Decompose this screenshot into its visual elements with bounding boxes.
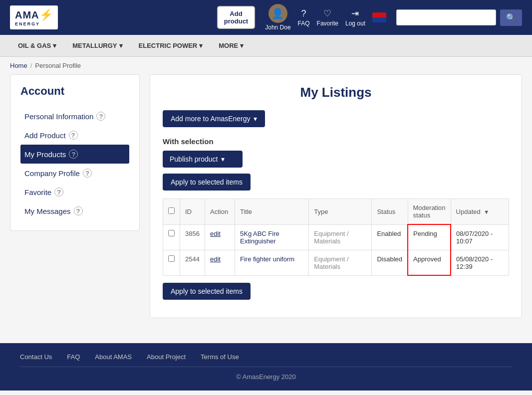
nav-metallurgy-label: METALLURGY [72,42,117,49]
breadcrumb-separator: / [30,62,32,69]
footer-copyright: © AmasEnergy 2020 [20,367,512,381]
footer-faq[interactable]: FAQ [67,353,80,361]
edit-link[interactable]: edit [210,255,221,263]
breadcrumb: Home / Personal Profile [0,57,532,74]
moderation-status-value: Approved [413,255,441,263]
chevron-down-icon: ▾ [199,42,203,49]
apply-to-selected-button-bottom[interactable]: Apply to selected items [163,283,251,300]
sort-arrow-icon: ▼ [484,209,489,215]
cell-status: Disabled [372,250,408,275]
table-header-status: Status [372,199,408,225]
cell-updated: 08/07/2020 - 10:07 [451,224,509,250]
sidebar-item-personal-information[interactable]: Personal Information ? [20,107,129,126]
sidebar-my-products-label: My Products [24,150,66,159]
cell-title: 5Kg ABC Fire Extinguisher [235,224,309,250]
listings-table: ID Action Title Type Status Moderationst… [163,198,509,276]
table-header-checkbox [163,199,180,225]
help-icon: ? [74,206,83,215]
footer: Contact Us FAQ About AMAS About Project … [0,343,532,391]
selection-row: Publish product ▾ [163,151,509,168]
chevron-down-icon: ▾ [254,115,257,123]
table-header-id: ID [180,199,205,225]
sidebar-title: Account [20,85,129,98]
search-input[interactable] [396,9,496,25]
header-search: 🔍 [396,9,522,26]
cell-moderation-status: Pending [408,224,451,250]
cell-updated: 05/08/2020 - 12:39 [451,250,509,275]
cell-id: 2544 [180,250,205,275]
nav-item-more[interactable]: MORE ▾ [211,35,252,56]
chevron-down-icon: ▾ [240,42,244,49]
sidebar-item-add-product[interactable]: Add Product ? [20,126,129,145]
question-icon: ? [301,8,306,19]
apply-to-selected-button-top[interactable]: Apply to selected items [163,174,251,191]
faq-label: FAQ [298,20,310,27]
sidebar: Account Personal Information ? Add Produ… [10,74,140,231]
sidebar-personal-info-label: Personal Information [24,112,93,121]
sidebar-item-favorite[interactable]: Favorite ? [20,183,129,201]
select-all-checkbox[interactable] [168,207,175,214]
sidebar-add-product-label: Add Product [24,131,66,140]
nav-item-electric-power[interactable]: ELECTRIC POWER ▾ [131,35,211,56]
favorite-label: Favorite [317,20,338,27]
logout-icon: ⇥ [351,8,359,19]
logout-nav-item[interactable]: ⇥ Log out [345,8,365,27]
logo-sub: ENERGY [15,21,53,26]
add-more-label: Add more to AmasEnergy [171,115,251,123]
cell-type: Equipment / Materials [309,250,372,275]
logout-label: Log out [345,20,365,27]
logo-bolt-icon: ⚡ [39,8,53,21]
moderation-status-value: Pending [413,230,437,237]
logo[interactable]: AMA⚡ ENERGY [10,5,58,29]
table-header-moderation: Moderationstatus [408,199,451,225]
help-icon: ? [69,131,78,140]
cell-moderation-status: Approved [408,250,451,275]
content-area: My Listings Add more to AmasEnergy ▾ Wit… [150,74,522,318]
table-header-updated: Updated ▼ [451,199,509,225]
sidebar-item-my-messages[interactable]: My Messages ? [20,201,129,220]
table-header-type: Type [309,199,372,225]
add-more-button[interactable]: Add more to AmasEnergy ▾ [163,110,265,127]
search-button[interactable]: 🔍 [500,9,522,26]
sidebar-item-company-profile[interactable]: Company Profile ? [20,164,129,183]
user-avatar-area[interactable]: 👤 John Doe [265,4,290,31]
sidebar-item-my-products[interactable]: My Products ? [20,145,129,164]
row-checkbox-1[interactable] [168,255,175,262]
cell-id: 3856 [180,224,205,250]
breadcrumb-home[interactable]: Home [10,62,27,69]
help-icon: ? [96,112,105,121]
sidebar-company-profile-label: Company Profile [24,169,80,178]
footer-about-amas[interactable]: About AMAS [95,353,132,361]
edit-link[interactable]: edit [210,230,221,237]
nav-electric-power-label: ELECTRIC POWER [139,42,198,49]
table-header-title: Title [235,199,309,225]
row-checkbox-0[interactable] [168,230,175,236]
footer-about-project[interactable]: About Project [147,353,186,361]
cell-title: Fire fighter uniform [235,250,309,275]
publish-product-dropdown[interactable]: Publish product ▾ [163,151,243,168]
chevron-down-icon: ▾ [53,42,56,49]
chevron-down-icon: ▾ [119,42,123,49]
language-flag[interactable] [372,12,386,22]
nav-item-oil-gas[interactable]: OIL & GAS ▾ [10,35,64,56]
page-title: My Listings [163,85,509,100]
chevron-down-icon: ▾ [221,155,225,163]
footer-contact-us[interactable]: Contact Us [20,353,52,361]
nav-item-metallurgy[interactable]: METALLURGY ▾ [64,35,130,56]
help-icon: ? [83,169,92,178]
footer-terms-of-use[interactable]: Terms of Use [201,353,239,361]
sidebar-my-messages-label: My Messages [24,207,71,215]
faq-nav-item[interactable]: ? FAQ [298,8,310,27]
add-product-button[interactable]: Add product [217,6,255,29]
with-selection-label: With selection [163,137,509,146]
favorite-nav-item[interactable]: ♡ Favorite [317,8,338,27]
header-nav-icons: 👤 John Doe ? FAQ ♡ Favorite ⇥ Log out [265,4,386,31]
breadcrumb-current: Personal Profile [35,62,81,69]
help-icon: ? [54,188,63,197]
cell-status: Enabled [372,224,408,250]
help-icon: ? [69,150,78,159]
navbar: OIL & GAS ▾ METALLURGY ▾ ELECTRIC POWER … [0,35,532,57]
nav-oil-gas-label: OIL & GAS [18,42,51,49]
avatar: 👤 [268,4,287,23]
heart-icon: ♡ [323,8,331,19]
